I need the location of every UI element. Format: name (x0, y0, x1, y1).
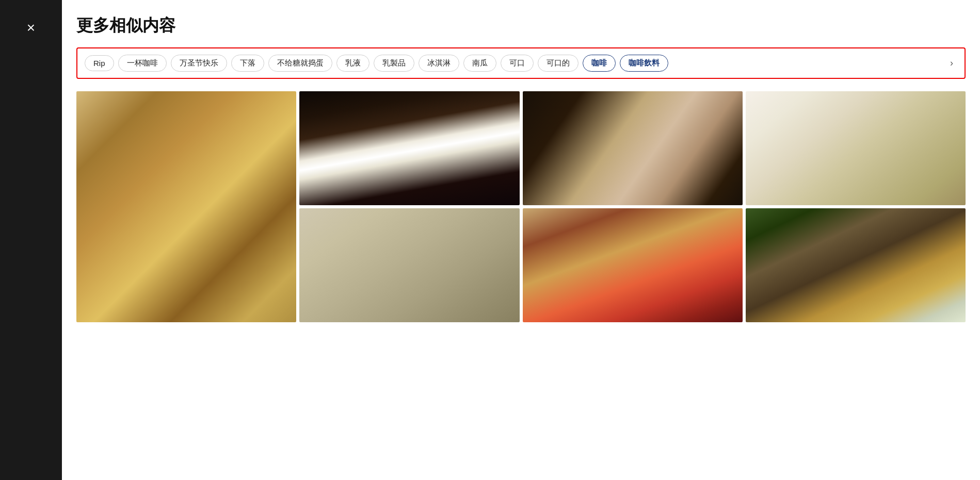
tag-button[interactable]: 可口 (501, 55, 534, 72)
tag-button[interactable]: 咖啡 (583, 55, 616, 72)
tag-button[interactable]: 咖啡飲料 (620, 55, 668, 72)
tag-button[interactable]: 万圣节快乐 (171, 55, 227, 72)
left-sidebar: × (0, 0, 62, 480)
image-grid (76, 91, 966, 322)
tag-button[interactable]: 乳製品 (374, 55, 414, 72)
page-title: 更多相似内容 (76, 14, 966, 37)
tag-button[interactable]: 下落 (231, 55, 264, 72)
grid-image-cell[interactable] (523, 91, 743, 205)
grid-image-cell[interactable] (746, 91, 966, 205)
grid-image-cell[interactable] (76, 91, 296, 322)
tag-button[interactable]: 冰淇淋 (419, 55, 459, 72)
close-button[interactable]: × (27, 21, 35, 35)
grid-image-cell[interactable] (523, 208, 743, 322)
tag-button[interactable]: 不给糖就捣蛋 (268, 55, 332, 72)
tags-more-button[interactable]: › (946, 56, 957, 71)
grid-image-cell[interactable] (299, 208, 519, 322)
grid-image-cell[interactable] (746, 208, 966, 322)
tag-button[interactable]: 一杯咖啡 (118, 55, 167, 72)
grid-image-cell[interactable] (299, 91, 519, 205)
tag-button[interactable]: 乳液 (336, 55, 369, 72)
tag-button[interactable]: 可口的 (538, 55, 579, 72)
tag-button[interactable]: Rip (85, 55, 114, 71)
tag-button[interactable]: 南瓜 (463, 55, 496, 72)
tags-bar: Rip一杯咖啡万圣节快乐下落不给糖就捣蛋乳液乳製品冰淇淋南瓜可口可口的咖啡咖啡飲… (76, 47, 966, 79)
main-content: 更多相似内容 Rip一杯咖啡万圣节快乐下落不给糖就捣蛋乳液乳製品冰淇淋南瓜可口可… (62, 0, 980, 480)
